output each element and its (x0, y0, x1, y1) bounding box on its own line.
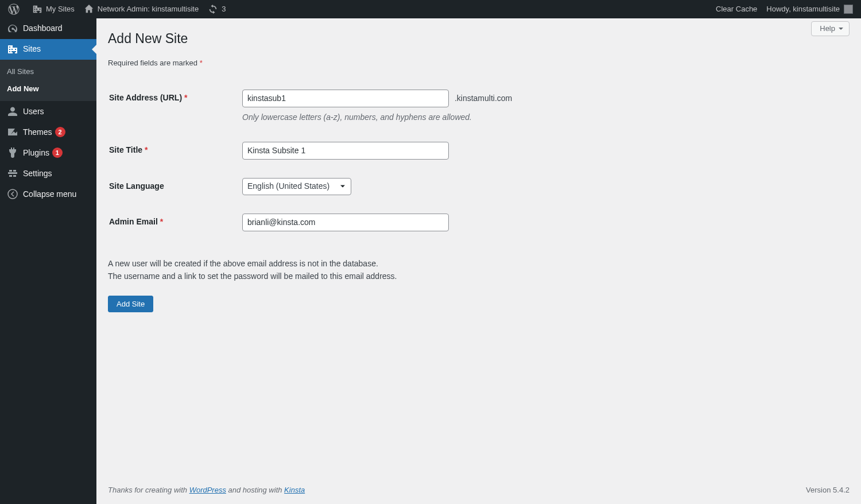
network-admin-link[interactable]: Network Admin: kinstamultisite (79, 0, 203, 18)
chevron-down-icon (338, 182, 347, 191)
site-address-input[interactable] (242, 90, 449, 107)
sidebar-item-dashboard[interactable]: Dashboard (0, 18, 96, 39)
admin-toolbar: My Sites Network Admin: kinstamultisite … (0, 0, 861, 18)
admin-sidebar: Dashboard Sites All Sites Add New Users … (0, 18, 96, 504)
content-area: Help Add New Site Required fields are ma… (96, 0, 861, 504)
admin-footer: Thanks for creating with WordPress and h… (96, 479, 861, 504)
row-site-address: Site Address (URL) * .kinstamulti.com On… (109, 81, 848, 132)
email-note: A new user will be created if the above … (108, 258, 850, 282)
sidebar-item-plugins[interactable]: Plugins 1 (0, 142, 96, 163)
my-sites-label: My Sites (46, 4, 75, 14)
add-site-form: Site Address (URL) * .kinstamulti.com On… (108, 80, 850, 241)
howdy-text: Howdy, kinstamultisite (766, 4, 840, 14)
update-icon (208, 4, 218, 14)
required-intro: Required fields are marked * (108, 58, 850, 68)
clear-cache-link[interactable]: Clear Cache (711, 0, 762, 18)
submenu-add-new[interactable]: Add New (0, 80, 96, 98)
page-title: Add New Site (108, 24, 850, 50)
users-icon (7, 106, 18, 117)
submenu-all-sites[interactable]: All Sites (0, 63, 96, 80)
label-site-language: Site Language (109, 169, 235, 204)
sidebar-item-users[interactable]: Users (0, 101, 96, 122)
sidebar-item-settings[interactable]: Settings (0, 163, 96, 184)
sidebar-item-sites[interactable]: Sites (0, 39, 96, 60)
toolbar-left: My Sites Network Admin: kinstamultisite … (3, 0, 230, 18)
themes-icon (7, 126, 18, 138)
collapse-menu[interactable]: Collapse menu (0, 184, 96, 204)
row-admin-email: Admin Email * (109, 205, 848, 240)
footer-credits: Thanks for creating with WordPress and h… (108, 485, 305, 495)
site-title-input[interactable] (242, 142, 449, 160)
add-site-button[interactable]: Add Site (108, 296, 153, 312)
plugins-badge: 1 (52, 148, 63, 158)
sites-icon (7, 44, 18, 55)
avatar (844, 5, 853, 14)
settings-icon (7, 168, 18, 179)
sites-submenu: All Sites Add New (0, 60, 96, 101)
row-site-language: Site Language English (United States) (109, 169, 848, 204)
chevron-down-icon (839, 28, 843, 32)
sidebar-item-themes[interactable]: Themes 2 (0, 122, 96, 142)
help-tab[interactable]: Help (811, 21, 850, 36)
label-site-address: Site Address (URL) * (109, 81, 235, 132)
toolbar-right: Clear Cache Howdy, kinstamultisite (711, 0, 858, 18)
themes-badge: 2 (55, 127, 65, 137)
dashboard-icon (7, 23, 18, 34)
label-site-title: Site Title * (109, 133, 235, 168)
submit-row: Add Site (108, 296, 850, 312)
sites-icon (32, 4, 42, 14)
label-admin-email: Admin Email * (109, 205, 235, 240)
version-text: Version 5.4.2 (806, 485, 850, 495)
collapse-icon (7, 188, 18, 200)
svg-point-0 (8, 189, 17, 199)
my-sites-menu[interactable]: My Sites (28, 0, 79, 18)
updates-link[interactable]: 3 (203, 0, 230, 18)
page-wrap: Help Add New Site Required fields are ma… (96, 18, 861, 479)
wp-logo-menu[interactable] (3, 0, 28, 18)
network-admin-label: Network Admin: kinstamultisite (98, 4, 199, 14)
row-site-title: Site Title * (109, 133, 848, 168)
wordpress-link[interactable]: WordPress (189, 486, 226, 494)
domain-suffix: .kinstamulti.com (455, 94, 512, 103)
account-menu[interactable]: Howdy, kinstamultisite (762, 0, 858, 18)
site-address-hint: Only lowercase letters (a-z), numbers, a… (242, 112, 843, 123)
admin-email-input[interactable] (242, 214, 449, 231)
updates-count: 3 (222, 4, 226, 14)
site-language-select[interactable]: English (United States) (242, 178, 351, 195)
kinsta-link[interactable]: Kinsta (284, 486, 305, 494)
home-icon (84, 4, 94, 14)
wordpress-icon (8, 3, 20, 15)
plugins-icon (7, 147, 18, 158)
